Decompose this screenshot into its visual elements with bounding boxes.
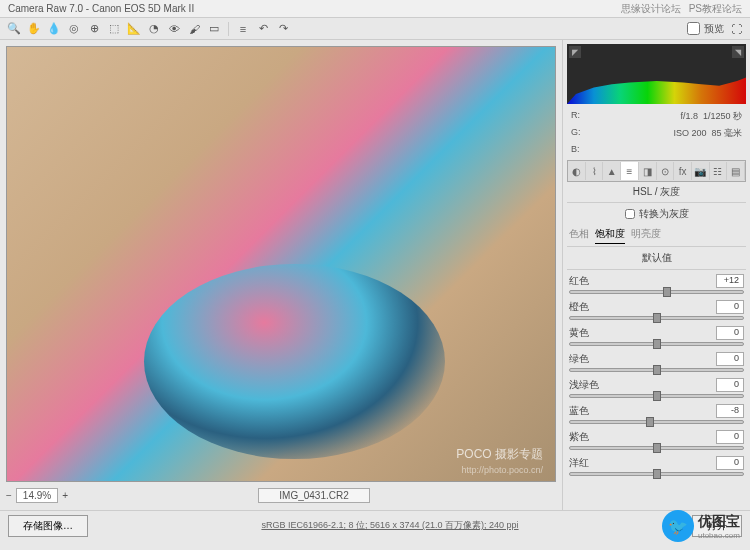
- rotate-cw-icon[interactable]: ↷: [275, 21, 291, 37]
- slider-value-input[interactable]: 0: [716, 456, 744, 470]
- slider-track[interactable]: [569, 342, 744, 346]
- slider-label: 蓝色: [569, 404, 589, 418]
- slider-track[interactable]: [569, 446, 744, 450]
- slider-track[interactable]: [569, 316, 744, 320]
- slider-track[interactable]: [569, 368, 744, 372]
- slider-row: 浅绿色 0: [569, 378, 744, 398]
- title-bar: Camera Raw 7.0 - Canon EOS 5D Mark II 思缘…: [0, 0, 750, 18]
- slider-value-input[interactable]: +12: [716, 274, 744, 288]
- tab-fx-icon[interactable]: fx: [674, 162, 692, 180]
- subtab-saturation[interactable]: 饱和度: [595, 225, 625, 244]
- color-sampler-icon[interactable]: ◎: [66, 21, 82, 37]
- eyedropper-icon[interactable]: 💧: [46, 21, 62, 37]
- slider-thumb[interactable]: [653, 443, 661, 453]
- slider-label: 绿色: [569, 352, 589, 366]
- slider-value-input[interactable]: 0: [716, 326, 744, 340]
- preview-toggle[interactable]: 预览 ⛶: [687, 21, 744, 37]
- slider-row: 橙色 0: [569, 300, 744, 320]
- tab-lens-icon[interactable]: ⊙: [657, 162, 675, 180]
- crop-tool-icon[interactable]: ⬚: [106, 21, 122, 37]
- watermark-name: 优图宝: [698, 513, 740, 531]
- defaults-label[interactable]: 默认值: [567, 246, 746, 270]
- image-preview[interactable]: http://photo.poco.cn/: [6, 46, 556, 482]
- tab-split-icon[interactable]: ◨: [639, 162, 657, 180]
- window-title: Camera Raw 7.0 - Canon EOS 5D Mark II: [8, 3, 194, 14]
- rotate-ccw-icon[interactable]: ↶: [255, 21, 271, 37]
- zoom-bar: − 14.9% + IMG_0431.CR2: [6, 486, 556, 504]
- slider-track[interactable]: [569, 290, 744, 294]
- slider-value-input[interactable]: -8: [716, 404, 744, 418]
- slider-value-input[interactable]: 0: [716, 430, 744, 444]
- slider-label: 紫色: [569, 430, 589, 444]
- tab-snapshots-icon[interactable]: ▤: [727, 162, 745, 180]
- adjustment-brush-icon[interactable]: 🖌: [186, 21, 202, 37]
- zoom-tool-icon[interactable]: 🔍: [6, 21, 22, 37]
- slider-thumb[interactable]: [646, 417, 654, 427]
- sliders-container: 红色 +12 橙色 0 黄色 0 绿色 0 浅绿色 0: [563, 272, 750, 510]
- tab-camera-icon[interactable]: 📷: [692, 162, 710, 180]
- redeye-icon[interactable]: 👁: [166, 21, 182, 37]
- exif-row-2: G: ISO 200 85 毫米: [563, 125, 750, 142]
- prefs-icon[interactable]: ≡: [235, 21, 251, 37]
- convert-grayscale-checkbox[interactable]: [625, 209, 635, 219]
- slider-track[interactable]: [569, 420, 744, 424]
- watermark-bird-icon: 🐦: [662, 510, 694, 542]
- spot-removal-icon[interactable]: ◔: [146, 21, 162, 37]
- exif-row-1: R: f/1.8 1/1250 秒: [563, 108, 750, 125]
- side-panel: ◤ ◥ R: f/1.8 1/1250 秒 G: ISO 200 85 毫米 B…: [562, 40, 750, 510]
- graduated-filter-icon[interactable]: ▭: [206, 21, 222, 37]
- tab-basic-icon[interactable]: ◐: [568, 162, 586, 180]
- tab-detail-icon[interactable]: ▲: [603, 162, 621, 180]
- straighten-icon[interactable]: 📐: [126, 21, 142, 37]
- exif-row-3: B:: [563, 142, 750, 156]
- subtab-hue[interactable]: 色相: [569, 225, 589, 244]
- slider-label: 红色: [569, 274, 589, 288]
- hand-tool-icon[interactable]: ✋: [26, 21, 42, 37]
- hsl-subtabs: 色相 饱和度 明亮度: [563, 225, 750, 244]
- slider-row: 黄色 0: [569, 326, 744, 346]
- panel-tabs: ◐ ⌇ ▲ ≡ ◨ ⊙ fx 📷 ☷ ▤: [567, 160, 746, 182]
- slider-thumb[interactable]: [653, 313, 661, 323]
- convert-grayscale-row[interactable]: 转换为灰度: [563, 203, 750, 225]
- slider-value-input[interactable]: 0: [716, 352, 744, 366]
- preview-panel: http://photo.poco.cn/ − 14.9% + IMG_0431…: [0, 40, 562, 510]
- workflow-options-link[interactable]: sRGB IEC61966-2.1; 8 位; 5616 x 3744 (21.…: [96, 519, 684, 532]
- panel-title: HSL / 灰度: [567, 182, 746, 203]
- subtab-luminance[interactable]: 明亮度: [631, 225, 661, 244]
- zoom-minus-icon[interactable]: −: [6, 490, 12, 501]
- separator: [228, 22, 229, 36]
- target-adjust-icon[interactable]: ⊕: [86, 21, 102, 37]
- slider-label: 浅绿色: [569, 378, 599, 392]
- slider-row: 蓝色 -8: [569, 404, 744, 424]
- histogram[interactable]: ◤ ◥: [567, 44, 746, 104]
- slider-label: 黄色: [569, 326, 589, 340]
- slider-row: 红色 +12: [569, 274, 744, 294]
- slider-row: 洋红 0: [569, 456, 744, 476]
- slider-thumb[interactable]: [653, 365, 661, 375]
- shadow-clip-icon[interactable]: ◤: [569, 46, 581, 58]
- zoom-plus-icon[interactable]: +: [62, 490, 68, 501]
- slider-value-input[interactable]: 0: [716, 300, 744, 314]
- preview-checkbox[interactable]: [687, 22, 700, 35]
- fullscreen-icon[interactable]: ⛶: [728, 21, 744, 37]
- toolbar: 🔍 ✋ 💧 ◎ ⊕ ⬚ 📐 ◔ 👁 🖌 ▭ ≡ ↶ ↷ 预览 ⛶: [0, 18, 750, 40]
- zoom-value[interactable]: 14.9%: [16, 488, 58, 503]
- preview-url-overlay: http://photo.poco.cn/: [461, 465, 543, 475]
- tab-hsl-icon[interactable]: ≡: [621, 162, 639, 180]
- slider-value-input[interactable]: 0: [716, 378, 744, 392]
- slider-thumb[interactable]: [653, 339, 661, 349]
- tab-presets-icon[interactable]: ☷: [710, 162, 728, 180]
- slider-thumb[interactable]: [663, 287, 671, 297]
- slider-track[interactable]: [569, 472, 744, 476]
- slider-thumb[interactable]: [653, 469, 661, 479]
- tab-curve-icon[interactable]: ⌇: [586, 162, 604, 180]
- watermark-url: utobao.com: [698, 531, 740, 540]
- filename: IMG_0431.CR2: [258, 488, 369, 503]
- highlight-clip-icon[interactable]: ◥: [732, 46, 744, 58]
- slider-label: 橙色: [569, 300, 589, 314]
- header-credits: 思缘设计论坛 PS教程论坛: [621, 2, 742, 16]
- slider-track[interactable]: [569, 394, 744, 398]
- save-image-button[interactable]: 存储图像…: [8, 515, 88, 537]
- slider-thumb[interactable]: [653, 391, 661, 401]
- slider-label: 洋红: [569, 456, 589, 470]
